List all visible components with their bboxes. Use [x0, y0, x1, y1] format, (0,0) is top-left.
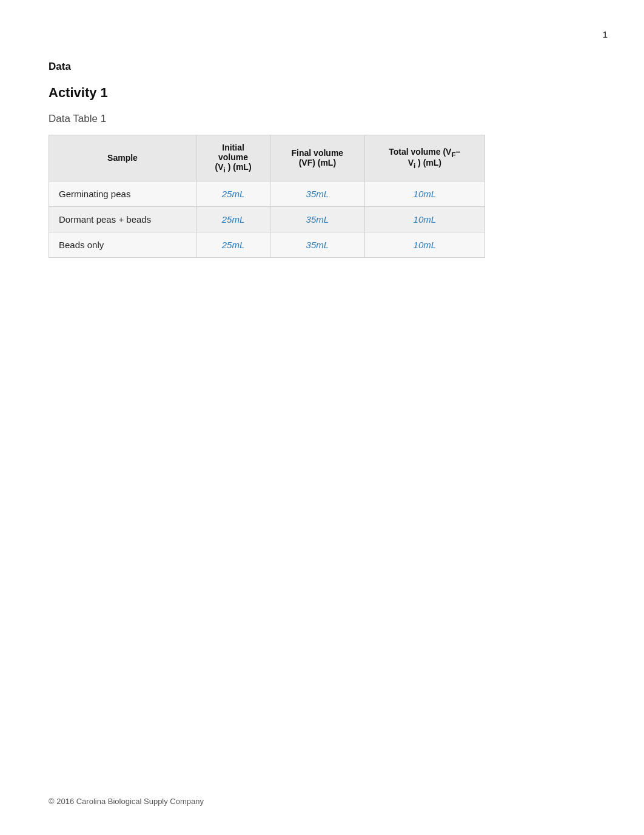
cell-sample: Beads only: [49, 232, 196, 257]
header-final-volume: Final volume(VF) (mL): [270, 135, 365, 181]
cell-sample: Germinating peas: [49, 181, 196, 206]
cell-initial-volume: 25mL: [196, 206, 270, 232]
data-heading: Data: [49, 61, 595, 73]
cell-final-volume: 35mL: [270, 232, 365, 257]
activity-heading: Activity 1: [49, 85, 595, 101]
cell-sample: Dormant peas + beads: [49, 206, 196, 232]
cell-total-volume: 10mL: [364, 232, 485, 257]
page-number: 1: [603, 29, 608, 39]
table-heading: Data Table 1: [49, 113, 595, 125]
table-row: Beads only25mL35mL10mL: [49, 232, 485, 257]
cell-initial-volume: 25mL: [196, 232, 270, 257]
cell-total-volume: 10mL: [364, 206, 485, 232]
header-sample: Sample: [49, 135, 196, 181]
cell-final-volume: 35mL: [270, 181, 365, 206]
header-total-volume: Total volume (VF–Vi ) (mL): [364, 135, 485, 181]
cell-initial-volume: 25mL: [196, 181, 270, 206]
table-row: Germinating peas25mL35mL10mL: [49, 181, 485, 206]
cell-final-volume: 35mL: [270, 206, 365, 232]
data-table: Sample Initialvolume(Vi ) (mL) Final vol…: [49, 135, 485, 258]
footer: © 2016 Carolina Biological Supply Compan…: [49, 797, 204, 806]
cell-total-volume: 10mL: [364, 181, 485, 206]
table-row: Dormant peas + beads25mL35mL10mL: [49, 206, 485, 232]
header-initial-volume: Initialvolume(Vi ) (mL): [196, 135, 270, 181]
